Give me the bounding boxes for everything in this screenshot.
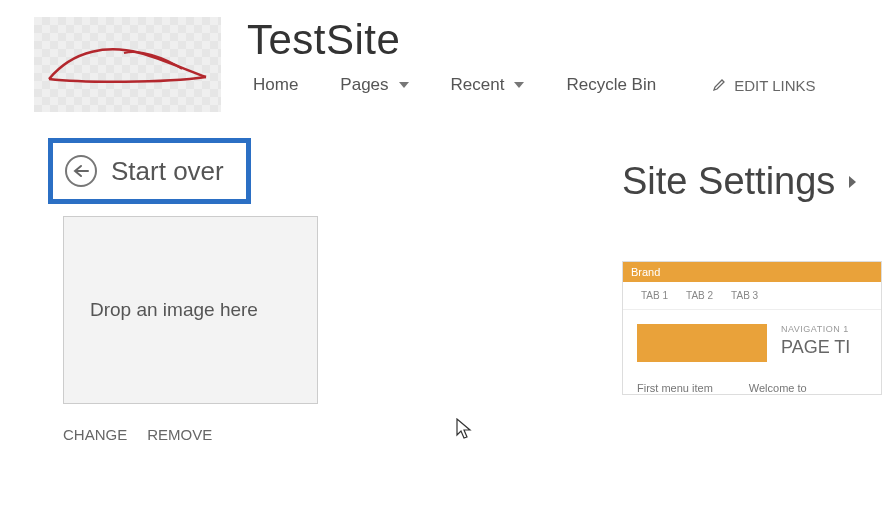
site-settings-heading[interactable]: Site Settings <box>622 160 882 203</box>
site-logo[interactable] <box>34 17 221 112</box>
preview-hero-block <box>637 324 767 362</box>
preview-tab-2: TAB 2 <box>686 290 713 301</box>
nav-pages[interactable]: Pages <box>334 73 414 97</box>
preview-welcome-text: Welcome to <box>749 382 807 394</box>
main-content: Start over Drop an image here CHANGE REM… <box>0 138 882 443</box>
nav-recycle-bin[interactable]: Recycle Bin <box>560 73 662 97</box>
preview-page-title: PAGE TI <box>781 337 850 358</box>
preview-body: NAVIGATION 1 PAGE TI <box>623 310 881 376</box>
drop-zone-actions: CHANGE REMOVE <box>63 426 347 443</box>
preview-footer: First menu item Welcome to <box>623 376 881 394</box>
chevron-down-icon <box>514 82 524 88</box>
start-over-label: Start over <box>111 156 224 187</box>
left-column: Start over Drop an image here CHANGE REM… <box>48 138 347 443</box>
preview-tab-1: TAB 1 <box>641 290 668 301</box>
image-drop-zone[interactable]: Drop an image here <box>63 216 318 404</box>
site-settings-label: Site Settings <box>622 160 835 203</box>
preview-brand-bar: Brand <box>623 262 881 282</box>
top-nav: Home Pages Recent Recycle Bin EDIT LINKS <box>247 73 816 97</box>
remove-button[interactable]: REMOVE <box>147 426 212 443</box>
site-title[interactable]: TestSite <box>247 17 816 63</box>
preview-tabs: TAB 1 TAB 2 TAB 3 <box>623 282 881 310</box>
nav-recent[interactable]: Recent <box>445 73 531 97</box>
preview-tab-3: TAB 3 <box>731 290 758 301</box>
title-block: TestSite Home Pages Recent Recycle Bin E… <box>247 17 816 97</box>
drop-zone-text: Drop an image here <box>90 299 258 321</box>
preview-nav-label: NAVIGATION 1 <box>781 324 850 334</box>
car-logo-icon <box>44 39 212 85</box>
change-button[interactable]: CHANGE <box>63 426 127 443</box>
theme-preview[interactable]: Brand TAB 1 TAB 2 TAB 3 NAVIGATION 1 PAG… <box>622 261 882 395</box>
edit-links-button[interactable]: EDIT LINKS <box>712 77 815 94</box>
nav-recent-label: Recent <box>451 75 505 95</box>
edit-links-label: EDIT LINKS <box>734 77 815 94</box>
chevron-down-icon <box>399 82 409 88</box>
chevron-right-icon <box>849 176 856 188</box>
pencil-icon <box>712 78 726 92</box>
nav-pages-label: Pages <box>340 75 388 95</box>
nav-home[interactable]: Home <box>247 73 304 97</box>
preview-menu-item: First menu item <box>637 382 713 394</box>
back-arrow-icon <box>65 155 97 187</box>
header: TestSite Home Pages Recent Recycle Bin E… <box>0 0 882 138</box>
start-over-button[interactable]: Start over <box>48 138 251 204</box>
preview-text-block: NAVIGATION 1 PAGE TI <box>781 310 850 376</box>
right-column: Site Settings Brand TAB 1 TAB 2 TAB 3 NA… <box>387 138 882 443</box>
